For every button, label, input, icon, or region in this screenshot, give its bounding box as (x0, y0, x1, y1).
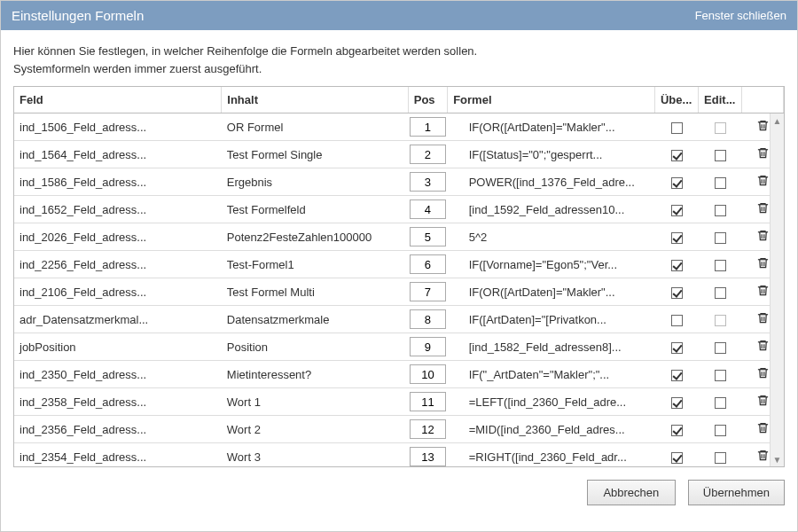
table-row[interactable]: ind_1564_Feld_adress...Test Formel Singl… (14, 141, 784, 168)
edit-checkbox[interactable] (715, 425, 726, 436)
close-window-link[interactable]: Fenster schließen (695, 9, 786, 22)
trash-icon[interactable] (756, 420, 770, 435)
column-header-pos[interactable]: Pos (408, 87, 447, 113)
uebernehmen-checkbox[interactable] (671, 425, 683, 436)
instructions-text: Hier können Sie festlegen, in welcher Re… (1, 30, 797, 86)
titlebar: Einstellungen Formeln Fenster schließen (1, 1, 797, 30)
uebernehmen-checkbox[interactable] (671, 315, 683, 326)
pos-input[interactable] (410, 337, 445, 356)
cell-feld: adr_Datensatzmerkmal... (14, 306, 222, 333)
column-header-edit[interactable]: Edit... (699, 87, 742, 113)
trash-icon[interactable] (756, 200, 770, 215)
edit-checkbox[interactable] (715, 205, 726, 216)
trash-icon[interactable] (756, 310, 770, 325)
cell-inhalt: Wort 1 (222, 388, 408, 416)
cell-pos (408, 168, 447, 196)
cell-formel: 5^2 (448, 223, 655, 251)
scroll-up-arrow-icon[interactable]: ▲ (771, 113, 784, 128)
cell-formel: IF([ArtDaten]="[Privatkon... (448, 306, 655, 333)
trash-icon[interactable] (756, 228, 770, 243)
cell-feld: ind_1564_Feld_adress... (14, 141, 222, 168)
uebernehmen-checkbox[interactable] (671, 177, 683, 189)
table-row[interactable]: ind_2358_Feld_adress...Wort 1=LEFT([ind_… (14, 388, 784, 416)
cell-formel: IF("_ArtDaten"="Makler";"... (448, 361, 655, 388)
edit-checkbox[interactable] (715, 232, 726, 244)
column-header-uebe[interactable]: Übe... (654, 87, 698, 113)
trash-icon[interactable] (756, 145, 770, 160)
trash-icon[interactable] (756, 365, 770, 380)
edit-checkbox[interactable] (715, 452, 726, 464)
table-row[interactable]: ind_1506_Feld_adress...OR FormelIF(OR([A… (14, 113, 784, 141)
trash-icon[interactable] (756, 118, 770, 133)
trash-icon[interactable] (756, 255, 770, 270)
table-row[interactable]: ind_2354_Feld_adress...Wort 3=RIGHT([ind… (14, 443, 784, 468)
trash-icon[interactable] (756, 283, 770, 298)
pos-input[interactable] (410, 227, 445, 246)
cell-pos (408, 223, 447, 251)
window-title: Einstellungen Formeln (12, 8, 144, 23)
cell-pos (408, 278, 447, 306)
table-row[interactable]: ind_2350_Feld_adress...Mietinteressent?I… (14, 361, 784, 388)
column-header-feld[interactable]: Feld (14, 87, 222, 113)
pos-input[interactable] (410, 282, 445, 301)
pos-input[interactable] (410, 172, 445, 192)
table-row[interactable]: ind_2356_Feld_adress...Wort 2=MID([ind_2… (14, 416, 784, 443)
formula-table-wrapper: Feld Inhalt Pos Formel Übe... Edit... in… (13, 86, 785, 467)
trash-icon[interactable] (756, 338, 770, 353)
edit-checkbox[interactable] (715, 260, 726, 271)
pos-input[interactable] (410, 117, 445, 137)
column-header-formel[interactable]: Formel (448, 87, 655, 113)
pos-input[interactable] (410, 447, 445, 466)
uebernehmen-checkbox[interactable] (671, 122, 683, 134)
edit-checkbox[interactable] (715, 287, 726, 299)
vertical-scrollbar[interactable]: ▲ ▼ (770, 113, 784, 466)
cell-inhalt: Wort 3 (222, 443, 408, 468)
trash-icon[interactable] (756, 393, 770, 408)
pos-input[interactable] (410, 309, 445, 329)
pos-input[interactable] (410, 392, 445, 411)
table-row[interactable]: jobPositionPosition[ind_1582_Feld_adress… (14, 333, 784, 361)
uebernehmen-checkbox[interactable] (671, 397, 683, 409)
uebernehmen-checkbox[interactable] (671, 452, 683, 464)
cell-inhalt: Test Formel Single (222, 141, 408, 168)
table-row[interactable]: ind_1652_Feld_adress...Test Formelfeld[i… (14, 196, 784, 223)
trash-icon[interactable] (756, 173, 770, 188)
cancel-button[interactable]: Abbrechen (587, 480, 676, 505)
uebernehmen-checkbox[interactable] (671, 370, 683, 381)
table-row[interactable]: ind_2026_Feld_adress...Potenz2FesteZahle… (14, 223, 784, 251)
pos-input[interactable] (410, 364, 445, 384)
cell-edit (699, 113, 742, 141)
table-row[interactable]: ind_2106_Feld_adress...Test Formel Multi… (14, 278, 784, 306)
cell-pos (408, 361, 447, 388)
edit-checkbox[interactable] (715, 397, 726, 409)
cell-inhalt: Mietinteressent? (222, 361, 408, 388)
table-row[interactable]: ind_1586_Feld_adress...ErgebnisPOWER([in… (14, 168, 784, 196)
pos-input[interactable] (410, 254, 445, 274)
pos-input[interactable] (410, 419, 445, 439)
edit-checkbox[interactable] (715, 370, 726, 381)
uebernehmen-checkbox[interactable] (671, 232, 683, 244)
cell-inhalt: Datensatzmerkmale (222, 306, 408, 333)
scroll-down-arrow-icon[interactable]: ▼ (771, 452, 784, 466)
cell-pos (408, 251, 447, 278)
uebernehmen-checkbox[interactable] (671, 287, 683, 299)
uebernehmen-checkbox[interactable] (671, 342, 683, 354)
column-header-inhalt[interactable]: Inhalt (222, 87, 408, 113)
table-row[interactable]: ind_2256_Feld_adress...Test-Formel1IF([V… (14, 251, 784, 278)
edit-checkbox[interactable] (715, 342, 726, 354)
uebernehmen-checkbox[interactable] (671, 260, 683, 271)
pos-input[interactable] (410, 200, 445, 219)
cell-pos (408, 388, 447, 416)
uebernehmen-checkbox[interactable] (671, 205, 683, 216)
apply-button[interactable]: Übernehmen (688, 480, 785, 505)
cell-edit (699, 196, 742, 223)
cell-uebernehmen (654, 278, 698, 306)
edit-checkbox[interactable] (715, 177, 726, 189)
cell-formel: [ind_1582_Feld_adressen8]... (448, 333, 655, 361)
uebernehmen-checkbox[interactable] (671, 150, 683, 161)
pos-input[interactable] (410, 145, 445, 164)
cell-formel: POWER([ind_1376_Feld_adre... (448, 168, 655, 196)
table-row[interactable]: adr_Datensatzmerkmal...Datensatzmerkmale… (14, 306, 784, 333)
edit-checkbox[interactable] (715, 150, 726, 161)
trash-icon[interactable] (756, 448, 770, 463)
